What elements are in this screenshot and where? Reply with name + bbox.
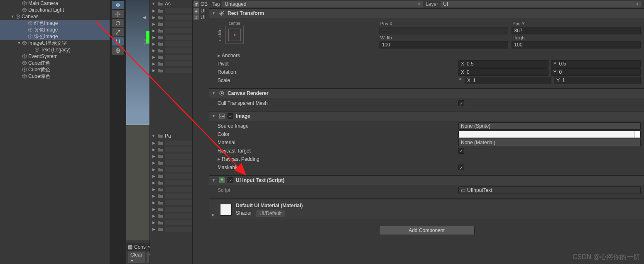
layer-dropdown[interactable]: UI▼ (441, 1, 642, 7)
project-item[interactable]: ▶ (150, 140, 192, 146)
fold-arrow-icon: ▶ (152, 68, 157, 73)
rotation-x-field[interactable]: X0 (458, 68, 549, 76)
console-collapse[interactable]: Collaps (147, 252, 149, 263)
project-item[interactable]: ▶ (150, 34, 192, 41)
project-item[interactable]: ▶ (150, 7, 192, 14)
project-item[interactable]: ▶ (150, 41, 192, 47)
project-item[interactable]: ▶ (150, 179, 192, 186)
fold-arrow-icon[interactable]: ▶ (218, 53, 222, 58)
scale-x-field[interactable]: X1 (465, 77, 551, 84)
hierarchy-item[interactable]: Cube黄色 (0, 66, 110, 73)
project-item[interactable]: ▶ (150, 14, 192, 21)
hierarchy-item[interactable]: 黄色Image (0, 27, 110, 33)
rotation-y-field[interactable]: Y0 (551, 68, 641, 76)
folder-icon (158, 8, 164, 13)
fold-arrow-icon[interactable]: ▼ (152, 2, 156, 6)
hierarchy-item[interactable]: 绿色Image (0, 33, 110, 40)
pos-x-field[interactable]: — (380, 27, 509, 34)
project-item[interactable]: ▶ (150, 186, 192, 193)
project-item[interactable]: ▶ (150, 153, 192, 160)
material-field[interactable]: None (Material) (458, 139, 641, 146)
pivot-y-field[interactable]: Y0.5 (551, 60, 641, 68)
fold-arrow-icon[interactable]: ▼ (212, 114, 216, 118)
pivot-x-field[interactable]: X0.5 (458, 60, 549, 68)
hierarchy-item[interactable]: ▼Canvas (0, 13, 110, 20)
project-item[interactable]: ▶ (150, 226, 192, 233)
fold-arrow-icon[interactable]: ▼ (212, 11, 216, 15)
project-item[interactable]: ▶ (150, 160, 192, 166)
project-item[interactable]: ▶ (150, 67, 192, 74)
hierarchy-item[interactable]: EventSystem (0, 53, 110, 60)
tool-rotate[interactable] (112, 19, 124, 27)
project-item[interactable]: ▶ (150, 146, 192, 153)
image-enable-checkbox[interactable] (228, 113, 233, 119)
tool-transform[interactable] (112, 46, 124, 55)
project-item[interactable]: ▶ (150, 54, 192, 61)
fold-arrow-icon[interactable]: ▼ (17, 41, 22, 45)
component-header-script[interactable]: ▼ # UI Input Text (Script) (209, 176, 644, 185)
raycast-target-checkbox[interactable] (458, 148, 464, 154)
fold-arrow-icon[interactable]: ▶ (218, 157, 222, 161)
hierarchy-item[interactable]: Cube绿色 (0, 73, 110, 80)
tool-rect[interactable] (112, 37, 124, 46)
tag-dropdown[interactable]: Untagged▼ (222, 1, 423, 7)
link-icon[interactable]: ⚭ (458, 77, 462, 84)
folder-icon (158, 28, 164, 33)
project-item[interactable]: ▶ (150, 27, 192, 34)
height-field[interactable]: 100 (512, 41, 641, 48)
hierarchy-item[interactable]: Cube红色 (0, 60, 110, 66)
hierarchy-item-label: ImageUI显示文字 (28, 40, 67, 47)
width-field[interactable]: 100 (380, 41, 509, 48)
pos-y-field[interactable]: 367 (512, 27, 641, 34)
maskable-checkbox[interactable] (458, 165, 464, 170)
anchor-preset-button[interactable] (225, 26, 244, 44)
scale-y-field[interactable]: Y1 (554, 77, 641, 84)
fold-arrow-icon[interactable]: ▼ (152, 134, 156, 138)
hierarchy-item[interactable]: Text (Legacy) (0, 46, 110, 53)
project-item[interactable]: ▶ (150, 166, 192, 173)
fold-arrow-icon: ▶ (152, 194, 157, 198)
script-chip[interactable]: #OB (193, 1, 209, 7)
project-item[interactable]: ▶ (150, 213, 192, 219)
project-item[interactable]: ▶ (150, 193, 192, 199)
hierarchy-item[interactable]: Main Camera (0, 0, 110, 7)
project-item[interactable]: ▶ (150, 21, 192, 27)
script-enable-checkbox[interactable] (228, 177, 233, 183)
fold-arrow-icon: ▶ (152, 174, 157, 178)
tool-view[interactable] (112, 1, 124, 9)
project-item[interactable]: ▶ (150, 173, 192, 179)
project-item[interactable]: ▶ (150, 206, 192, 213)
project-item[interactable]: ▶ (150, 199, 192, 206)
tool-scale[interactable] (112, 28, 124, 36)
fold-arrow-icon[interactable]: ▼ (10, 15, 15, 19)
component-header-canvas-renderer[interactable]: ▼ Canvas Renderer (209, 89, 644, 98)
component-header-image[interactable]: ▼ Image (209, 111, 644, 121)
console-clear[interactable]: Clear ▼ (128, 252, 145, 263)
project-folder-assets[interactable]: ▼ As (150, 0, 192, 7)
cull-transparent-checkbox[interactable] (458, 100, 464, 106)
project-folder-packages[interactable]: ▼ Pa (150, 132, 192, 140)
fold-arrow-icon[interactable]: ▼ (212, 91, 216, 95)
project-item[interactable]: ▶ (150, 47, 192, 54)
hierarchy-item[interactable]: 红色Image (0, 20, 110, 27)
tool-move[interactable] (112, 10, 124, 18)
fold-arrow-icon[interactable]: ▶ (212, 213, 216, 217)
hierarchy-item[interactable]: Directional Light (0, 7, 110, 13)
component-header-rect-transform[interactable]: ▼ Rect Transform (209, 9, 644, 18)
console-tab[interactable]: ▤ Cons ▼ ⋮ (126, 243, 149, 251)
script-chip[interactable]: #UI (193, 7, 209, 14)
project-item[interactable]: ▶ (150, 61, 192, 67)
shader-dropdown[interactable]: UI/Default (256, 210, 285, 217)
folder-icon (158, 167, 164, 172)
hash-icon: # (193, 8, 199, 14)
project-item[interactable]: ▶ (150, 219, 192, 226)
material-swatch[interactable] (220, 204, 232, 216)
source-image-field[interactable]: None (Sprite) (458, 122, 641, 130)
hierarchy-item[interactable]: ▼ImageUI显示文字 (0, 40, 110, 46)
add-component-button[interactable]: Add Component (379, 226, 475, 235)
color-field[interactable] (458, 131, 641, 138)
script-chip[interactable]: #UI (193, 14, 209, 21)
fold-arrow-icon[interactable]: ▼ (212, 178, 216, 182)
scene-view[interactable]: ◄ < P ▤ Cons ▼ ⋮ Clear ▼ Collaps (126, 0, 149, 264)
folder-icon (158, 174, 164, 179)
